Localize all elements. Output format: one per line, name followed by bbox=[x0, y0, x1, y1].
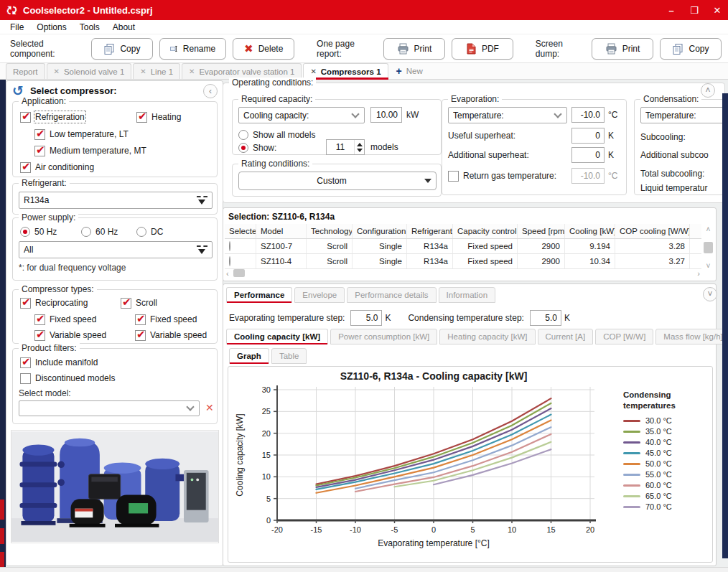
column-header[interactable]: Technology bbox=[307, 224, 353, 238]
collapse-top-panel-button[interactable]: ˄ bbox=[701, 83, 715, 98]
air-conditioning-checkbox[interactable] bbox=[20, 162, 31, 173]
tab-performance[interactable]: Performance bbox=[226, 287, 292, 303]
copy-screen-dump-button[interactable]: Copy bbox=[660, 38, 722, 60]
evap-temperature-input[interactable]: -10.0 bbox=[571, 107, 605, 123]
chevron-down-icon[interactable] bbox=[186, 403, 194, 411]
close-tab-icon[interactable]: ✕ bbox=[54, 67, 60, 75]
pdf-report-button[interactable]: PDF bbox=[452, 38, 513, 60]
heating-checkbox[interactable] bbox=[136, 112, 147, 123]
reciprocating-checkbox[interactable] bbox=[20, 298, 31, 309]
table-row[interactable]: SZ110-4ScrollSingleR134aFixed speed29001… bbox=[225, 254, 701, 269]
show-all-models-radio[interactable] bbox=[238, 130, 248, 140]
plus-icon[interactable]: + bbox=[396, 65, 402, 77]
evap-temperature-select[interactable]: Temperature: bbox=[448, 107, 567, 123]
collapse-performance-panel-button[interactable]: ˅ bbox=[703, 287, 717, 301]
return-gas-checkbox[interactable] bbox=[448, 171, 459, 182]
checkbox-recip-fixed-speed[interactable]: Fixed speed bbox=[34, 313, 96, 326]
tab-heating-capacity-kw[interactable]: Heating capacity [kW] bbox=[439, 329, 535, 344]
radio-50hz[interactable]: 50 Hz bbox=[20, 225, 57, 238]
rating-conditions-select[interactable]: Custom bbox=[238, 172, 437, 190]
tab-cooling-capacity-kw[interactable]: Cooling capacity [kW] bbox=[226, 329, 328, 344]
radio-show-all-models[interactable]: Show all models bbox=[238, 128, 315, 141]
discontinued-models-checkbox[interactable] bbox=[20, 373, 31, 384]
tab-evaporator-valve-station-1[interactable]: ✕Evaporator valve station 1 bbox=[182, 63, 302, 79]
scroll-checkbox[interactable] bbox=[121, 298, 131, 309]
checkbox-refrigeration[interactable]: Refrigeration bbox=[20, 111, 85, 123]
capacity-type-select[interactable]: Cooling capacity: bbox=[238, 107, 365, 123]
select-model-radio[interactable] bbox=[229, 241, 230, 251]
dc-radio[interactable] bbox=[136, 227, 146, 237]
radio-dc[interactable]: DC bbox=[136, 225, 163, 238]
chevron-down-icon[interactable] bbox=[351, 110, 359, 118]
checkbox-air-conditioning[interactable]: Air conditioning bbox=[20, 161, 94, 174]
tab-line-1[interactable]: ✕Line 1 bbox=[133, 63, 180, 79]
evap-step-input[interactable]: 5.0 bbox=[350, 310, 382, 326]
scroll-up-icon[interactable]: ˄ bbox=[706, 225, 711, 233]
close-tab-icon[interactable]: ✕ bbox=[140, 67, 146, 75]
tab-compressors-1[interactable]: ✕Compressors 1 bbox=[303, 63, 388, 79]
column-header[interactable]: Model bbox=[256, 224, 307, 238]
close-tab-icon[interactable]: ✕ bbox=[189, 67, 195, 75]
tab-mass-flow-kg-h[interactable]: Mass flow [kg/h] bbox=[655, 329, 728, 344]
stepper-down-icon[interactable] bbox=[357, 149, 363, 152]
column-header[interactable]: Selected bbox=[225, 224, 256, 238]
tab-envelope[interactable]: Envelope bbox=[294, 287, 345, 303]
checkbox-low-temperature[interactable]: Low temperature, LT bbox=[34, 128, 129, 141]
return-gas-input[interactable]: -10.0 bbox=[571, 168, 605, 184]
close-tab-icon[interactable]: ✕ bbox=[310, 67, 316, 75]
show-n-models-radio[interactable] bbox=[238, 143, 248, 153]
multi-dropdown-icon[interactable] bbox=[197, 245, 207, 254]
column-header[interactable]: Speed [rpm] bbox=[518, 224, 565, 238]
column-header[interactable]: Configuration bbox=[353, 224, 407, 238]
tab-current-a[interactable]: Current [A] bbox=[538, 329, 594, 344]
menu-tools[interactable]: Tools bbox=[80, 22, 100, 32]
refrigeration-checkbox[interactable] bbox=[20, 112, 31, 123]
table-horizontal-scrollbar[interactable]: ‹ › bbox=[226, 268, 700, 278]
minimize-button[interactable]: – bbox=[665, 5, 678, 16]
print-report-button[interactable]: Print bbox=[383, 38, 445, 60]
scroll-right-icon[interactable]: › bbox=[697, 269, 700, 278]
capacity-value-input[interactable]: 10.00 bbox=[370, 107, 402, 123]
tab-information[interactable]: Information bbox=[439, 287, 496, 303]
column-header[interactable]: Refrigerant bbox=[407, 224, 453, 238]
tab-power-consumption-kw[interactable]: Power consumption [kW] bbox=[330, 329, 437, 344]
table-vertical-scrollbar[interactable]: ˄ ˅ bbox=[702, 225, 714, 270]
checkbox-discontinued-models[interactable]: Discontinued models bbox=[20, 372, 115, 385]
select-model-combobox[interactable] bbox=[19, 400, 200, 416]
checkbox-return-gas-temperature[interactable]: Return gas temperature: bbox=[448, 169, 556, 182]
checkbox-medium-temperature[interactable]: Medium temperature, MT bbox=[34, 144, 146, 157]
cond-step-input[interactable]: 5.0 bbox=[530, 310, 561, 326]
column-header[interactable]: Cooling [kW] bbox=[565, 224, 615, 238]
voltage-select[interactable]: All bbox=[19, 241, 213, 258]
scroll-down-icon[interactable]: ˅ bbox=[706, 262, 711, 270]
copy-component-button[interactable]: Copy bbox=[91, 38, 153, 60]
tab-new[interactable]: +New bbox=[390, 63, 429, 79]
include-manifold-checkbox[interactable] bbox=[20, 357, 31, 368]
tab-report[interactable]: Report bbox=[6, 63, 45, 79]
rename-component-button[interactable]: Rename bbox=[159, 38, 226, 60]
tab-cop-w-w[interactable]: COP [W/W] bbox=[595, 329, 653, 344]
recip-variable-speed-checkbox[interactable] bbox=[34, 330, 45, 341]
collapse-left-panel-button[interactable]: ‹ bbox=[203, 84, 218, 98]
checkbox-scroll-fixed-speed[interactable]: Fixed speed bbox=[135, 313, 197, 326]
multi-dropdown-icon[interactable] bbox=[197, 196, 207, 205]
radio-60hz[interactable]: 60 Hz bbox=[81, 225, 118, 238]
checkbox-reciprocating[interactable]: Reciprocating bbox=[20, 296, 88, 309]
menu-options[interactable]: Options bbox=[37, 22, 66, 32]
dropdown-triangle-icon[interactable] bbox=[424, 179, 431, 183]
additional-superheat-input[interactable]: 0 bbox=[571, 147, 605, 163]
refrigerant-select[interactable]: R134a bbox=[19, 192, 213, 209]
checkbox-include-manifold[interactable]: Include manifold bbox=[20, 356, 98, 369]
checkbox-recip-variable-speed[interactable]: Variable speed bbox=[34, 329, 106, 342]
menu-about[interactable]: About bbox=[113, 22, 135, 32]
cond-temperature-select[interactable]: Temperature: bbox=[640, 107, 728, 123]
checkbox-heating[interactable]: Heating bbox=[136, 111, 181, 123]
maximize-button[interactable]: ❒ bbox=[688, 5, 701, 16]
tab-performance-details[interactable]: Performance details bbox=[347, 287, 436, 303]
stepper-up-icon[interactable] bbox=[357, 143, 363, 146]
medium-temperature-checkbox[interactable] bbox=[34, 146, 45, 156]
column-header[interactable]: COP cooling [W/W] bbox=[615, 224, 690, 238]
60hz-radio[interactable] bbox=[81, 227, 91, 237]
tab-table[interactable]: Table bbox=[271, 348, 307, 364]
checkbox-scroll[interactable]: Scroll bbox=[121, 296, 157, 309]
